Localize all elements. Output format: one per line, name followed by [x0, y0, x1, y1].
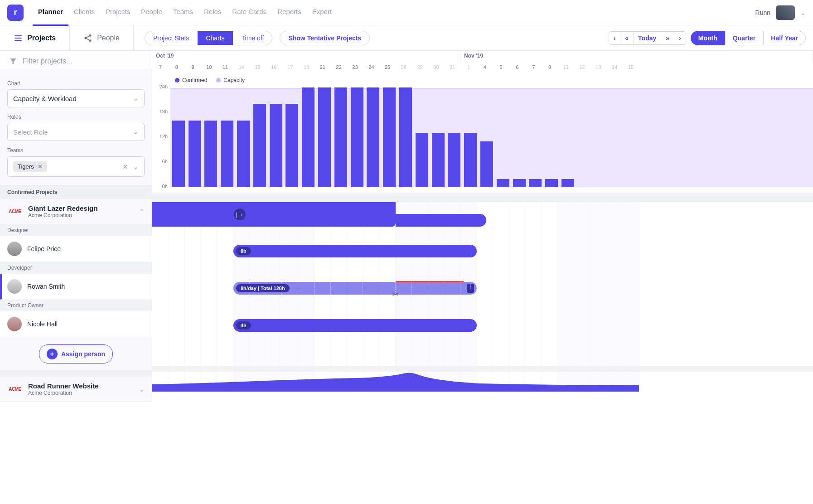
- chart-bar: [367, 87, 379, 187]
- project-bar-row: |→: [152, 202, 813, 227]
- clear-icon[interactable]: ✕: [122, 163, 128, 171]
- range-half-year[interactable]: Half Year: [763, 31, 806, 45]
- chart-bar: [302, 87, 315, 187]
- roles-select[interactable]: Select Role ⌄: [7, 123, 145, 141]
- chart-bars: [170, 87, 657, 187]
- range-month[interactable]: Month: [691, 31, 725, 45]
- role-header: Designer: [0, 224, 152, 236]
- chevron-up-icon[interactable]: ⌃: [139, 208, 145, 215]
- day-cell: 9: [185, 63, 201, 74]
- allocation-label: 8h/day | Total 120h: [236, 284, 290, 292]
- chart-bar: [172, 121, 185, 187]
- today-button[interactable]: Today: [634, 32, 661, 44]
- person-row[interactable]: Nicole Hall: [0, 311, 152, 337]
- chart-bar: [416, 133, 428, 187]
- chart-bar: [399, 87, 412, 187]
- next-double-button[interactable]: »: [661, 32, 674, 44]
- nav-roles[interactable]: Roles: [198, 0, 227, 26]
- tab-people[interactable]: People: [70, 25, 134, 50]
- allocation-menu-button[interactable]: ⋮: [467, 284, 474, 293]
- chevron-down-icon[interactable]: ⌄: [139, 386, 145, 393]
- view-time-off[interactable]: Time off: [233, 31, 272, 45]
- day-cell: 14: [606, 63, 623, 74]
- day-cell: 31: [444, 63, 460, 74]
- chart-select[interactable]: Capacity & Workload ⌄: [7, 89, 145, 107]
- app-logo[interactable]: r: [7, 5, 24, 21]
- month-label: Nov '19: [460, 51, 813, 63]
- date-pager: ‹ « Today » ›: [609, 31, 686, 45]
- day-cell: 4: [477, 63, 493, 74]
- nav-clients[interactable]: Clients: [68, 0, 100, 26]
- nav-people[interactable]: People: [136, 0, 168, 26]
- nav-projects[interactable]: Projects: [100, 0, 136, 26]
- nav-export[interactable]: Export: [307, 0, 337, 26]
- day-cell: 11: [558, 63, 574, 74]
- filter-input[interactable]: [23, 57, 143, 65]
- nav-rate-cards[interactable]: Rate Cards: [227, 0, 272, 26]
- allocation-bar[interactable]: 4h: [233, 319, 477, 332]
- timeline: Oct '19 Nov '19 789101114151617182122232…: [152, 51, 813, 402]
- milestone-handle[interactable]: |→: [234, 208, 246, 220]
- view-project-stats[interactable]: Project Stats: [145, 31, 198, 45]
- project-bar[interactable]: [152, 372, 639, 392]
- overbooking-indicator: [396, 281, 464, 282]
- prev-single-button[interactable]: ‹: [609, 32, 621, 44]
- allocation-bar-selected[interactable]: 8h/day | Total 120h ⋮: [233, 282, 477, 295]
- nav-teams[interactable]: Teams: [168, 0, 198, 26]
- project-bar-row: [152, 372, 813, 392]
- toolbar: Projects People Project Stats Charts Tim…: [0, 25, 813, 51]
- allocation-bar[interactable]: 8h: [233, 245, 477, 257]
- day-cell: 16: [266, 63, 282, 74]
- day-cell: 12: [574, 63, 590, 74]
- day-cell: 28: [396, 63, 412, 74]
- show-tentative-button[interactable]: Show Tentative Projects: [280, 31, 370, 45]
- chart-bar: [221, 121, 233, 187]
- allocation-row: 8h: [152, 238, 813, 264]
- person-row[interactable]: Felipe Price: [0, 236, 152, 262]
- chart-bar: [270, 104, 282, 187]
- project-title: Giant Lazer Redesign: [28, 204, 97, 212]
- team-chip[interactable]: Tigers ✕: [13, 161, 47, 172]
- svg-point-3: [89, 34, 92, 36]
- assign-person-button[interactable]: + Assign person: [39, 344, 113, 363]
- project-row[interactable]: ACME Giant Lazer Redesign Acme Corporati…: [0, 199, 152, 224]
- range-quarter[interactable]: Quarter: [725, 31, 764, 45]
- tab-projects[interactable]: Projects: [0, 25, 70, 50]
- person-row[interactable]: Rowan Smith: [0, 274, 152, 300]
- day-cell: 21: [315, 63, 331, 74]
- teams-select[interactable]: Tigers ✕ ✕ ⌄: [7, 156, 145, 177]
- assign-row: + Assign person: [0, 337, 152, 371]
- chart-bar: [561, 179, 574, 187]
- day-cell: 1: [460, 63, 477, 74]
- day-cell: 25: [379, 63, 396, 74]
- next-single-button[interactable]: ›: [674, 32, 686, 44]
- chart-bar: [351, 87, 363, 187]
- day-cell: 6: [509, 63, 526, 74]
- day-cell: 24: [363, 63, 379, 74]
- chart-bar: [189, 121, 201, 187]
- close-icon[interactable]: ✕: [38, 163, 43, 170]
- chart-bar: [286, 104, 298, 187]
- day-cell: 30: [428, 63, 445, 74]
- view-charts[interactable]: Charts: [198, 31, 233, 45]
- project-row[interactable]: ACME Road Runner Website Acme Corporatio…: [0, 377, 152, 402]
- user-avatar: [776, 5, 795, 20]
- filter-row: [0, 51, 152, 72]
- prev-double-button[interactable]: «: [620, 32, 634, 44]
- client-logo: ACME: [7, 383, 23, 395]
- chart-bar: [253, 104, 266, 187]
- scissors-icon[interactable]: ✂: [392, 290, 398, 299]
- month-label: Oct '19: [152, 51, 460, 63]
- chart-bar: [513, 179, 526, 187]
- nav-planner[interactable]: Planner: [33, 0, 68, 26]
- top-nav: r PlannerClientsProjectsPeopleTeamsRoles…: [0, 0, 813, 25]
- project-bar[interactable]: |→: [152, 202, 396, 227]
- chart-bar: [237, 121, 250, 187]
- nav-reports[interactable]: Reports: [272, 0, 307, 26]
- user-menu[interactable]: Runn ⌄: [755, 5, 806, 20]
- project-client: Acme Corporation: [28, 212, 97, 218]
- role-header: Product Owner: [0, 300, 152, 311]
- view-selector: Project Stats Charts Time off: [145, 31, 272, 45]
- chart-bar: [448, 133, 460, 187]
- share-icon: [83, 34, 92, 43]
